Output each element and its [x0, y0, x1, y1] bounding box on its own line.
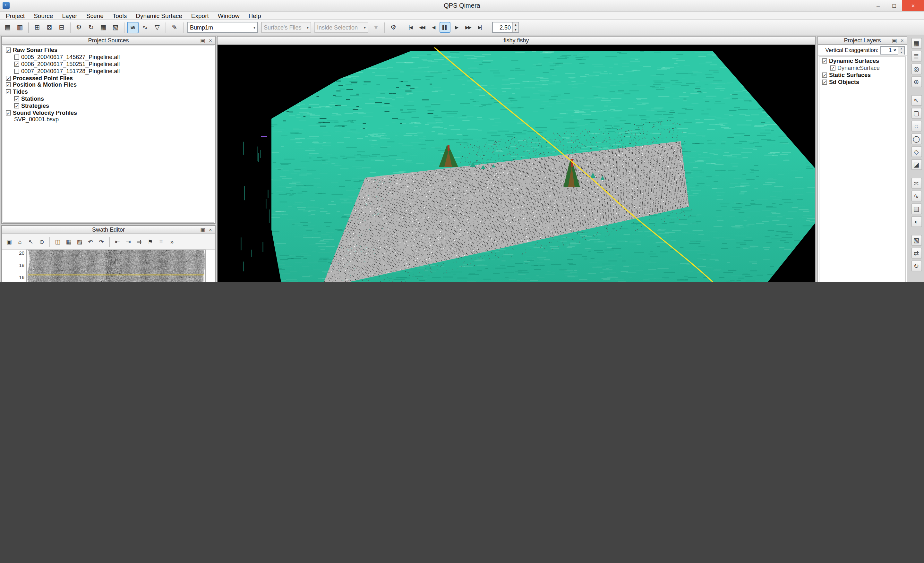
tree-item-raw-sonar-files[interactable]: ✓Raw Sonar Files	[3, 47, 214, 54]
pointer-icon[interactable]: ↖	[26, 237, 36, 247]
menu-item-scene[interactable]: Scene	[82, 12, 108, 19]
flag-ping-icon[interactable]: ⚑	[145, 237, 155, 247]
home-view-icon[interactable]: ⌂	[15, 237, 25, 247]
tree-item-tides[interactable]: ✓Tides	[3, 88, 214, 96]
menu-item-source[interactable]: Source	[29, 12, 57, 19]
tree-item-position-motion-files[interactable]: ✓Position & Motion Files	[3, 81, 214, 88]
more-tools-icon[interactable]: »	[167, 237, 177, 247]
close-button[interactable]: ×	[902, 0, 924, 11]
tree-item-svp-00001-bsvp[interactable]: SVP_00001.bsvp	[3, 116, 214, 123]
display-options-icon[interactable]: ≡	[156, 237, 166, 247]
checked-checkbox[interactable]: ✓	[822, 59, 827, 64]
import-project-icon[interactable]: ▥	[14, 21, 26, 33]
unchecked-checkbox[interactable]	[14, 54, 19, 60]
select-lasso-tool-icon[interactable]: ◌	[911, 121, 922, 132]
accept-beams-icon[interactable]: ▦	[63, 237, 74, 247]
clear-selection-icon[interactable]: ◪	[911, 159, 922, 170]
float-panel-icon[interactable]: ▣	[200, 227, 206, 232]
project-layers-header[interactable]: Project Layers ▣×	[818, 37, 907, 45]
maximize-button[interactable]: □	[886, 0, 902, 11]
swath-editor-toggle-icon[interactable]: ≋	[127, 21, 139, 33]
menu-item-project[interactable]: Project	[1, 12, 29, 19]
rewind-button[interactable]: ◀◀	[417, 22, 428, 33]
tree-item-0007-20040617-151728-pingeline-all[interactable]: 0007_20040617_151728_Pingeline.all	[3, 68, 214, 75]
float-panel-icon[interactable]: ▣	[200, 37, 206, 43]
selection-filter-icon[interactable]: ▼	[370, 21, 382, 33]
play-button[interactable]: ▶	[451, 22, 462, 33]
playback-interval-spin[interactable]: 2.50▴▾	[492, 22, 519, 33]
checked-checkbox[interactable]: ✓	[6, 75, 11, 81]
menu-item-dynamic-surface[interactable]: Dynamic Surface	[131, 12, 187, 19]
titlebar[interactable]: ≈ QPS Qimera –□×	[0, 0, 924, 12]
add-raw-sonar-files-icon[interactable]: ⊞	[32, 21, 43, 33]
tree-item-0005-20040617-145627-pingeline-all[interactable]: 0005_20040617_145627_Pingeline.all	[3, 54, 214, 61]
spin-down-icon[interactable]: ▾	[898, 50, 904, 54]
close-panel-icon[interactable]: ×	[899, 37, 905, 43]
measure-tool-icon[interactable]: ≍	[911, 178, 922, 189]
add-position-motion-files-icon[interactable]: ⊟	[56, 21, 68, 33]
spin-up-icon[interactable]: ▴	[513, 22, 519, 27]
select-circle-tool-icon[interactable]: ◯	[911, 133, 922, 144]
checked-checkbox[interactable]: ✓	[830, 66, 836, 70]
create-static-surface-icon[interactable]: ▧	[110, 21, 121, 33]
menu-item-layer[interactable]: Layer	[57, 12, 82, 19]
scene-3d-viewport[interactable]	[218, 45, 815, 282]
swap-views-icon[interactable]: ⇄	[911, 248, 922, 259]
spin-down-icon[interactable]: ▾	[513, 27, 519, 32]
checked-checkbox[interactable]: ✓	[6, 48, 11, 53]
checked-checkbox[interactable]: ✓	[6, 82, 11, 88]
next-flagged-icon[interactable]: ⇥	[123, 237, 134, 247]
save-icon[interactable]: ▣	[4, 237, 14, 247]
checked-checkbox[interactable]: ✓	[14, 103, 19, 108]
surface-select[interactable]: Bump1m▾	[188, 22, 258, 33]
fast-forward-button[interactable]: ▶▶	[463, 22, 474, 33]
shading-icon[interactable]: ◐	[911, 216, 922, 227]
rotate-view-icon[interactable]: ↻	[911, 261, 922, 271]
tree-item-sound-velocity-profiles[interactable]: ✓Sound Velocity Profiles	[3, 109, 214, 116]
tree-item-strategies[interactable]: ✓Strategies	[3, 102, 214, 109]
auto-advance-icon[interactable]: ⇉	[134, 237, 144, 247]
checked-checkbox[interactable]: ✓	[822, 79, 827, 85]
close-panel-icon[interactable]: ×	[207, 37, 214, 43]
tree-item-sd-objects[interactable]: ✓Sd Objects	[819, 79, 905, 86]
checked-checkbox[interactable]: ✓	[6, 110, 11, 115]
menu-item-export[interactable]: Export	[187, 12, 213, 19]
processing-settings-icon[interactable]: ⚙	[73, 21, 85, 33]
select-rectangle-tool-icon[interactable]: ▢	[911, 108, 922, 119]
go-to-end-button[interactable]: ▶|	[474, 22, 485, 33]
water-column-toggle-icon[interactable]: ▽	[152, 21, 163, 33]
add-processed-point-files-icon[interactable]: ⊠	[44, 21, 55, 33]
previous-flagged-icon[interactable]: ⇤	[112, 237, 123, 247]
tree-item-processed-point-files[interactable]: ✓Processed Point Files	[3, 75, 214, 81]
tree-item-static-surfaces[interactable]: ✓Static Surfaces	[819, 72, 905, 79]
player-settings-icon[interactable]: ⚙	[388, 21, 399, 33]
minimize-button[interactable]: –	[870, 0, 886, 11]
go-to-start-button[interactable]: |◀	[405, 22, 416, 33]
zoom-icon[interactable]: ⊙	[37, 237, 47, 247]
tree-item-dynamicsurface[interactable]: ✓DynamicSurface	[819, 65, 905, 72]
slice-editor-toggle-icon[interactable]: ∿	[139, 21, 151, 33]
redo-icon[interactable]: ↷	[96, 237, 106, 247]
grid-display-icon[interactable]: ▦	[911, 38, 922, 49]
edit-tool-icon[interactable]: ✎	[169, 21, 180, 33]
vertical-exaggeration-spin[interactable]: 1 × ▴▾	[880, 46, 905, 54]
float-panel-icon[interactable]: ▣	[891, 37, 898, 43]
undo-icon[interactable]: ↶	[86, 237, 96, 247]
scene-3d-header[interactable]: fishy fishy	[218, 37, 815, 45]
grid-filter-icon[interactable]: ▨	[74, 237, 85, 247]
pause-button[interactable]: ▌▌	[440, 22, 450, 33]
tree-item-stations[interactable]: ✓Stations	[3, 95, 214, 102]
profile-tool-icon[interactable]: ∿	[911, 190, 922, 201]
step-back-button[interactable]: ◀	[428, 22, 439, 33]
surface-style-icon[interactable]: ▧	[911, 235, 922, 246]
menu-item-tools[interactable]: Tools	[108, 12, 131, 19]
world-view-icon[interactable]: ◎	[911, 63, 922, 75]
create-dynamic-surface-icon[interactable]: ▦	[98, 21, 109, 33]
checked-checkbox[interactable]: ✓	[14, 61, 19, 67]
tree-item-0006-20040617-150251-pingeline-all[interactable]: ✓0006_20040617_150251_Pingeline.all	[3, 61, 214, 68]
unchecked-checkbox[interactable]	[14, 69, 19, 74]
auto-process-icon[interactable]: ↻	[86, 21, 97, 33]
menu-item-window[interactable]: Window	[213, 12, 244, 19]
close-panel-icon[interactable]: ×	[207, 227, 214, 232]
checked-checkbox[interactable]: ✓	[14, 96, 19, 101]
